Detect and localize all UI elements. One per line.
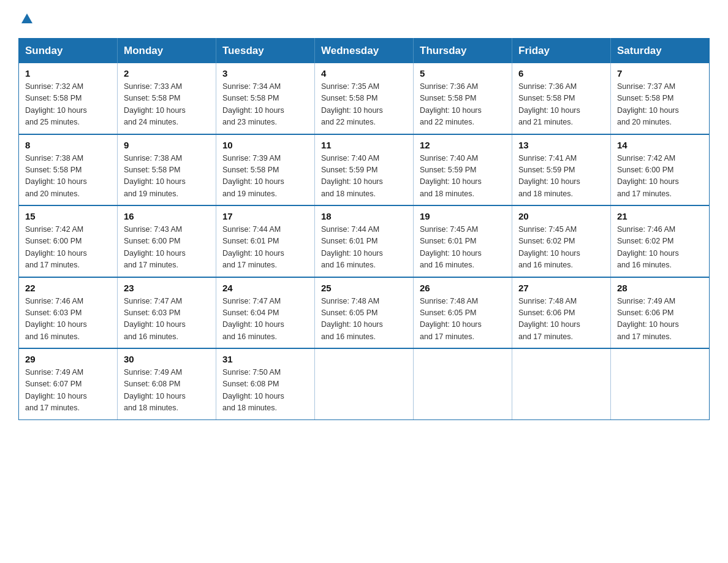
calendar-empty-cell	[315, 348, 414, 419]
calendar-day-cell: 6 Sunrise: 7:36 AMSunset: 5:58 PMDayligh…	[512, 63, 611, 134]
day-number: 19	[420, 211, 506, 221]
calendar-week-row: 15 Sunrise: 7:42 AMSunset: 6:00 PMDaylig…	[19, 205, 710, 277]
day-number: 29	[25, 354, 111, 364]
calendar-day-cell: 2 Sunrise: 7:33 AMSunset: 5:58 PMDayligh…	[118, 63, 216, 134]
day-info: Sunrise: 7:47 AMSunset: 6:03 PMDaylight:…	[124, 296, 210, 343]
weekday-header-friday: Friday	[512, 39, 611, 64]
day-info: Sunrise: 7:49 AMSunset: 6:07 PMDaylight:…	[25, 367, 111, 415]
day-number: 12	[420, 140, 506, 150]
calendar-day-cell: 30 Sunrise: 7:49 AMSunset: 6:08 PMDaylig…	[118, 348, 216, 419]
day-number: 5	[420, 68, 506, 79]
weekday-header-saturday: Saturday	[611, 39, 710, 64]
svg-marker-0	[21, 13, 32, 23]
day-info: Sunrise: 7:42 AMSunset: 6:00 PMDaylight:…	[617, 153, 703, 201]
day-number: 1	[25, 68, 111, 79]
day-info: Sunrise: 7:37 AMSunset: 5:58 PMDaylight:…	[617, 81, 703, 129]
calendar-header-row: SundayMondayTuesdayWednesdayThursdayFrid…	[19, 39, 710, 64]
logo-triangle-icon	[20, 12, 34, 26]
calendar-day-cell: 22 Sunrise: 7:46 AMSunset: 6:03 PMDaylig…	[19, 277, 118, 349]
day-info: Sunrise: 7:39 AMSunset: 5:58 PMDaylight:…	[222, 153, 308, 201]
day-number: 2	[124, 68, 210, 79]
weekday-header-wednesday: Wednesday	[315, 39, 414, 64]
day-number: 25	[321, 283, 407, 293]
day-info: Sunrise: 7:41 AMSunset: 5:59 PMDaylight:…	[518, 153, 604, 201]
calendar-day-cell: 3 Sunrise: 7:34 AMSunset: 5:58 PMDayligh…	[216, 63, 315, 134]
weekday-header-thursday: Thursday	[414, 39, 512, 64]
day-info: Sunrise: 7:49 AMSunset: 6:06 PMDaylight:…	[617, 296, 703, 343]
day-number: 26	[420, 283, 506, 293]
calendar-empty-cell	[512, 348, 611, 419]
day-number: 6	[518, 68, 604, 79]
day-info: Sunrise: 7:44 AMSunset: 6:01 PMDaylight:…	[222, 224, 308, 272]
calendar-day-cell: 7 Sunrise: 7:37 AMSunset: 5:58 PMDayligh…	[611, 63, 710, 134]
calendar-table: SundayMondayTuesdayWednesdayThursdayFrid…	[18, 38, 710, 420]
calendar-day-cell: 27 Sunrise: 7:48 AMSunset: 6:06 PMDaylig…	[512, 277, 611, 349]
day-number: 14	[617, 140, 703, 150]
calendar-day-cell: 11 Sunrise: 7:40 AMSunset: 5:59 PMDaylig…	[315, 134, 414, 206]
day-info: Sunrise: 7:48 AMSunset: 6:06 PMDaylight:…	[518, 296, 604, 343]
calendar-day-cell: 12 Sunrise: 7:40 AMSunset: 5:59 PMDaylig…	[414, 134, 512, 206]
calendar-day-cell: 1 Sunrise: 7:32 AMSunset: 5:58 PMDayligh…	[19, 63, 118, 134]
day-info: Sunrise: 7:45 AMSunset: 6:01 PMDaylight:…	[420, 224, 506, 272]
day-number: 28	[617, 283, 703, 293]
day-number: 15	[25, 211, 111, 221]
day-number: 22	[25, 283, 111, 293]
day-info: Sunrise: 7:40 AMSunset: 5:59 PMDaylight:…	[420, 153, 506, 201]
calendar-day-cell: 15 Sunrise: 7:42 AMSunset: 6:00 PMDaylig…	[19, 205, 118, 277]
calendar-day-cell: 29 Sunrise: 7:49 AMSunset: 6:07 PMDaylig…	[19, 348, 118, 419]
calendar-day-cell: 31 Sunrise: 7:50 AMSunset: 6:08 PMDaylig…	[216, 348, 315, 419]
day-number: 31	[222, 354, 308, 364]
calendar-week-row: 8 Sunrise: 7:38 AMSunset: 5:58 PMDayligh…	[19, 134, 710, 206]
day-number: 3	[222, 68, 308, 79]
day-info: Sunrise: 7:46 AMSunset: 6:03 PMDaylight:…	[25, 296, 111, 343]
calendar-day-cell: 25 Sunrise: 7:48 AMSunset: 6:05 PMDaylig…	[315, 277, 414, 349]
day-info: Sunrise: 7:33 AMSunset: 5:58 PMDaylight:…	[124, 81, 210, 129]
calendar-day-cell: 18 Sunrise: 7:44 AMSunset: 6:01 PMDaylig…	[315, 205, 414, 277]
day-number: 23	[124, 283, 210, 293]
day-info: Sunrise: 7:45 AMSunset: 6:02 PMDaylight:…	[518, 224, 604, 272]
day-info: Sunrise: 7:47 AMSunset: 6:04 PMDaylight:…	[222, 296, 308, 343]
calendar-day-cell: 8 Sunrise: 7:38 AMSunset: 5:58 PMDayligh…	[19, 134, 118, 206]
calendar-empty-cell	[611, 348, 710, 419]
day-info: Sunrise: 7:48 AMSunset: 6:05 PMDaylight:…	[420, 296, 506, 343]
calendar-day-cell: 10 Sunrise: 7:39 AMSunset: 5:58 PMDaylig…	[216, 134, 315, 206]
day-number: 9	[124, 140, 210, 150]
weekday-header-sunday: Sunday	[19, 39, 118, 64]
day-info: Sunrise: 7:42 AMSunset: 6:00 PMDaylight:…	[25, 224, 111, 272]
day-info: Sunrise: 7:32 AMSunset: 5:58 PMDaylight:…	[25, 81, 111, 129]
day-info: Sunrise: 7:38 AMSunset: 5:58 PMDaylight:…	[124, 153, 210, 201]
calendar-day-cell: 13 Sunrise: 7:41 AMSunset: 5:59 PMDaylig…	[512, 134, 611, 206]
day-info: Sunrise: 7:36 AMSunset: 5:58 PMDaylight:…	[420, 81, 506, 129]
day-info: Sunrise: 7:46 AMSunset: 6:02 PMDaylight:…	[617, 224, 703, 272]
day-number: 18	[321, 211, 407, 221]
calendar-day-cell: 16 Sunrise: 7:43 AMSunset: 6:00 PMDaylig…	[118, 205, 216, 277]
page-header	[18, 12, 710, 27]
calendar-day-cell: 20 Sunrise: 7:45 AMSunset: 6:02 PMDaylig…	[512, 205, 611, 277]
day-number: 10	[222, 140, 308, 150]
calendar-week-row: 29 Sunrise: 7:49 AMSunset: 6:07 PMDaylig…	[19, 348, 710, 419]
day-info: Sunrise: 7:43 AMSunset: 6:00 PMDaylight:…	[124, 224, 210, 272]
day-info: Sunrise: 7:38 AMSunset: 5:58 PMDaylight:…	[25, 153, 111, 201]
logo	[18, 12, 34, 27]
day-number: 27	[518, 283, 604, 293]
day-number: 4	[321, 68, 407, 79]
calendar-day-cell: 14 Sunrise: 7:42 AMSunset: 6:00 PMDaylig…	[611, 134, 710, 206]
day-number: 20	[518, 211, 604, 221]
day-number: 24	[222, 283, 308, 293]
day-info: Sunrise: 7:40 AMSunset: 5:59 PMDaylight:…	[321, 153, 407, 201]
day-info: Sunrise: 7:49 AMSunset: 6:08 PMDaylight:…	[124, 367, 210, 415]
day-number: 21	[617, 211, 703, 221]
calendar-day-cell: 17 Sunrise: 7:44 AMSunset: 6:01 PMDaylig…	[216, 205, 315, 277]
weekday-header-tuesday: Tuesday	[216, 39, 315, 64]
day-number: 7	[617, 68, 703, 79]
day-info: Sunrise: 7:36 AMSunset: 5:58 PMDaylight:…	[518, 81, 604, 129]
calendar-day-cell: 21 Sunrise: 7:46 AMSunset: 6:02 PMDaylig…	[611, 205, 710, 277]
calendar-day-cell: 19 Sunrise: 7:45 AMSunset: 6:01 PMDaylig…	[414, 205, 512, 277]
weekday-header-monday: Monday	[118, 39, 216, 64]
day-number: 30	[124, 354, 210, 364]
calendar-day-cell: 4 Sunrise: 7:35 AMSunset: 5:58 PMDayligh…	[315, 63, 414, 134]
calendar-day-cell: 9 Sunrise: 7:38 AMSunset: 5:58 PMDayligh…	[118, 134, 216, 206]
calendar-day-cell: 23 Sunrise: 7:47 AMSunset: 6:03 PMDaylig…	[118, 277, 216, 349]
calendar-day-cell: 28 Sunrise: 7:49 AMSunset: 6:06 PMDaylig…	[611, 277, 710, 349]
day-number: 11	[321, 140, 407, 150]
